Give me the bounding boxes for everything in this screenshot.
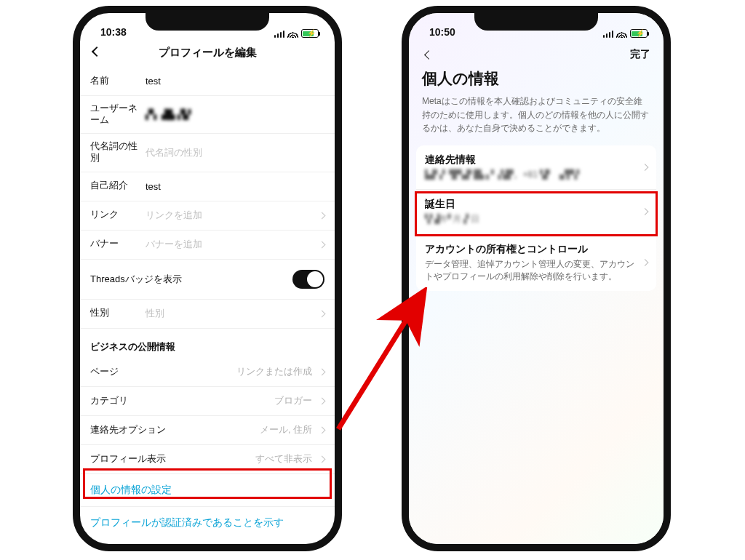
status-time: 10:50 [429,26,455,38]
gender-row[interactable]: 性別 性別 [80,300,335,329]
banner-label: バナー [90,239,138,250]
account-ownership-desc: データ管理、追悼アカウント管理人の変更、アカウントやプロフィールの利用解除や削除… [425,258,648,284]
gender-label: 性別 [90,308,138,319]
chevron-right-icon [319,455,326,463]
name-value: test [146,76,324,87]
chevron-left-icon [92,47,102,57]
chevron-left-icon [424,50,434,60]
category-row[interactable]: カテゴリ ブロガー [80,387,335,416]
profile-display-row[interactable]: プロフィール表示 すべて非表示 [80,445,335,474]
chevron-right-icon [319,241,326,248]
business-section-title: ビジネスの公開情報 [80,329,335,358]
screen-right: 10:50 ⚡ 完了 個人の情報 Metaはこの情報を本人確認およびコミュニティ… [409,13,664,544]
wifi-icon [616,30,627,38]
chevron-right-icon [319,368,326,375]
category-label: カテゴリ [90,394,267,407]
profile-display-label: プロフィール表示 [90,452,248,465]
contact-info-title: 連絡先情報 [425,153,648,167]
name-label: 名前 [90,76,138,87]
cellular-icon [603,30,614,38]
username-row[interactable]: ユーザーネーム ▞▚ ▟█▖▞▙▘ [80,96,335,134]
notch [146,13,269,31]
battery-icon: ⚡ [301,29,319,38]
back-button[interactable] [422,48,435,61]
pronoun-label: 代名詞の性別 [90,141,138,164]
category-value: ブロガー [274,395,312,407]
wifi-icon [287,30,298,38]
status-time: 10:38 [100,26,127,38]
links-label: リンク [90,209,138,221]
chevron-right-icon [319,426,326,433]
gender-placeholder: 性別 [146,307,312,320]
birthday-title: 誕生日 [425,198,648,211]
name-row[interactable]: 名前 test [80,67,335,96]
contact-info-value: ▙▟▘▞ ▜▛▚▟▘█▙▗▝ ▞▟▛, +81▝▟▘ ▗▞▛▚▘ [425,169,648,181]
contact-info-row[interactable]: 連絡先情報 ▙▟▘▞ ▜▛▚▟▘█▙▗▝ ▞▟▛, +81▝▟▘ ▗▞▛▚▘ [416,145,656,190]
page-row[interactable]: ページ リンクまたは作成 [80,358,335,387]
account-ownership-row[interactable]: アカウントの所有権とコントロール データ管理、追悼アカウント管理人の変更、アカウ… [416,235,656,292]
profile-display-value: すべて非表示 [255,453,312,465]
page-description: Metaはこの情報を本人確認およびコミュニティの安全維持のために使用します。個人… [409,95,664,145]
nav-title: プロフィールを編集 [159,46,257,60]
chevron-right-icon [319,212,326,219]
threads-badge-toggle[interactable] [292,270,324,289]
notch [474,13,598,31]
account-ownership-title: アカウントの所有権とコントロール [425,243,648,256]
nav-header: プロフィールを編集 [80,38,335,67]
threads-badge-row: Threadsバッジを表示 [80,260,335,300]
page-label: ページ [90,365,229,378]
username-label: ユーザーネーム [90,103,138,126]
pronoun-row[interactable]: 代名詞の性別 代名詞の性別 [80,134,335,172]
page-value: リンクまたは作成 [236,366,312,378]
username-value: ▞▚ ▟█▖▞▙▘ [146,109,324,120]
pronoun-placeholder: 代名詞の性別 [146,146,324,159]
bio-row[interactable]: 自己紹介 test [80,172,335,201]
screen-left: 10:38 ⚡ プロフィールを編集 名前 test ユーザーネーム ▞▚ ▟█▖… [80,13,335,544]
chevron-right-icon [319,310,326,317]
cellular-icon [274,30,285,38]
phone-frame-left: 10:38 ⚡ プロフィールを編集 名前 test ユーザーネーム ▞▚ ▟█▖… [73,6,342,551]
status-indicators: ⚡ [603,29,648,38]
contact-options-value: メール, 住所 [260,424,312,436]
page-title: 個人の情報 [409,65,664,95]
banner-placeholder: バナーを追加 [146,238,312,251]
birthday-row[interactable]: 誕生日 ▚▘▟年▘月▗▘日 [416,190,656,234]
contact-options-row[interactable]: 連絡先オプション メール, 住所 [80,416,335,445]
done-button[interactable]: 完了 [630,48,650,61]
personal-info-settings-link[interactable]: 個人の情報の設定 [80,474,335,507]
back-button[interactable] [89,44,105,60]
settings-list: 連絡先情報 ▙▟▘▞ ▜▛▚▟▘█▙▗▝ ▞▟▛, +81▝▟▘ ▗▞▛▚▘ 誕… [416,145,656,292]
header: 完了 [409,38,664,65]
links-row[interactable]: リンク リンクを追加 [80,201,335,231]
banner-row[interactable]: バナー バナーを追加 [80,231,335,260]
bio-value: test [146,181,324,192]
battery-icon: ⚡ [630,29,648,38]
phone-frame-right: 10:50 ⚡ 完了 個人の情報 Metaはこの情報を本人確認およびコミュニティ… [402,6,671,551]
links-placeholder: リンクを追加 [146,209,312,222]
contact-options-label: 連絡先オプション [90,423,252,436]
verified-profile-link[interactable]: プロフィールが認証済みであることを示す [80,507,335,539]
status-indicators: ⚡ [274,29,319,38]
edit-profile-form: 名前 test ユーザーネーム ▞▚ ▟█▖▞▙▘ 代名詞の性別 代名詞の性別 … [80,67,335,544]
birthday-value: ▚▘▟年▘月▗▘日 [425,213,648,225]
bio-label: 自己紹介 [90,180,138,192]
threads-badge-label: Threadsバッジを表示 [90,273,285,286]
chevron-right-icon [319,397,326,404]
